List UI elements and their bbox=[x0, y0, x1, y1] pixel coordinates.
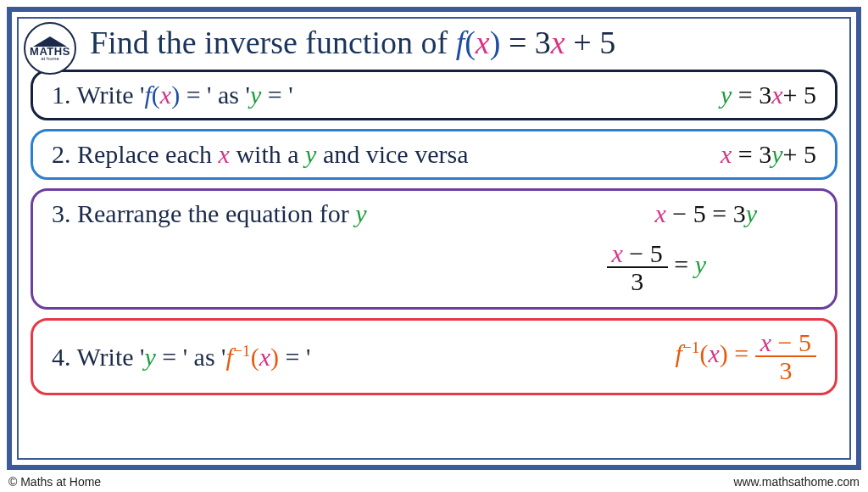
step-4-t1: Write ' bbox=[76, 343, 144, 371]
step-2-equation: x = 3y+ 5 bbox=[712, 140, 816, 169]
s1-rhs-3: 3 bbox=[759, 81, 771, 109]
step-3-equation-1: x − 5 = 3y bbox=[647, 199, 817, 228]
s3b-num-x: x bbox=[612, 239, 623, 267]
title-x2: x bbox=[551, 25, 565, 60]
s1-rhs-y: y bbox=[721, 81, 732, 109]
outer-frame: MATHS at home Find the inverse function … bbox=[7, 7, 861, 470]
step-4-equation: f−1(x) = x − 5 3 bbox=[666, 329, 816, 384]
step-4-eq: = bbox=[156, 343, 183, 371]
step-2-t1: Replace each bbox=[77, 140, 219, 168]
title-rparen: ) bbox=[490, 25, 501, 60]
step-2-t3: and vice versa bbox=[316, 140, 468, 168]
step-1-t2: ' as ' bbox=[207, 81, 250, 109]
step-2-x: x bbox=[219, 140, 230, 168]
step-4: 4. Write 'y = ' as 'f−1(x) = ' f−1(x) = … bbox=[31, 318, 837, 395]
footer: © Maths at Home www.mathsathome.com bbox=[8, 475, 860, 489]
title-3: 3 bbox=[535, 25, 551, 60]
s3b-den: 3 bbox=[626, 268, 648, 295]
s4-rhs-eq: = bbox=[728, 339, 755, 367]
s3a-3: 3 bbox=[733, 199, 746, 227]
title-f: f bbox=[456, 25, 465, 60]
step-4-rparen: ) bbox=[270, 343, 279, 371]
s3b-y: y bbox=[695, 250, 706, 278]
title-plus5: + 5 bbox=[565, 25, 615, 60]
step-1-num: 1. bbox=[52, 81, 76, 109]
s4-rhs-lp: ( bbox=[700, 339, 709, 367]
step-4-t3: ' bbox=[306, 343, 310, 371]
s4-rhs-numerator: x − 5 bbox=[755, 329, 816, 358]
step-3-y: y bbox=[355, 199, 366, 227]
s4-rhs-inv: −1 bbox=[682, 338, 700, 356]
step-3-num: 3. bbox=[52, 199, 77, 227]
title-lead: Find the inverse function of bbox=[90, 25, 456, 60]
s2-rhs-plus: + bbox=[783, 140, 804, 168]
s4-rhs-rp: ) bbox=[720, 339, 728, 367]
step-3-instruction: 3. Rearrange the equation for y bbox=[52, 199, 647, 228]
step-4-y: y bbox=[144, 343, 155, 371]
step-1-instruction: 1. Write 'f(x) = ' as 'y = ' bbox=[52, 81, 712, 109]
title-lparen: ( bbox=[465, 25, 476, 60]
step-1-x: x bbox=[160, 81, 171, 109]
step-4-num: 4. bbox=[52, 343, 76, 371]
s3a-y: y bbox=[746, 199, 757, 227]
step-4-x: x bbox=[259, 343, 270, 371]
step-4-instruction: 4. Write 'y = ' as 'f−1(x) = ' bbox=[52, 342, 666, 372]
step-4-eq2: = bbox=[279, 343, 306, 371]
s4-rhs-fraction: x − 5 3 bbox=[755, 329, 816, 384]
inner-frame: MATHS at home Find the inverse function … bbox=[17, 17, 851, 460]
step-1-equation: y = 3x+ 5 bbox=[712, 81, 816, 109]
step-1-t1: Write ' bbox=[76, 81, 144, 109]
step-1-y: y bbox=[250, 81, 261, 109]
s2-rhs-3: 3 bbox=[759, 140, 771, 168]
footer-copyright: © Maths at Home bbox=[8, 475, 101, 489]
step-2-y: y bbox=[305, 140, 316, 168]
step-2-num: 2. bbox=[52, 140, 77, 168]
step-3: 3. Rearrange the equation for y x − 5 = … bbox=[31, 188, 837, 310]
s2-rhs-x: x bbox=[721, 140, 732, 168]
s1-rhs-5: 5 bbox=[804, 81, 816, 109]
title-x: x bbox=[476, 25, 490, 60]
page-title: Find the inverse function of f(x) = 3x +… bbox=[31, 25, 837, 61]
step-4-f: f bbox=[226, 343, 233, 371]
s4-den: 3 bbox=[774, 357, 797, 384]
step-2-instruction: 2. Replace each x with a y and vice vers… bbox=[52, 140, 712, 169]
s3b-fraction: x − 5 3 bbox=[607, 240, 668, 295]
s1-rhs-plus: + bbox=[783, 81, 804, 109]
s4-rhs-x: x bbox=[709, 339, 720, 367]
step-1-eq2: = bbox=[261, 81, 288, 109]
step-2: 2. Replace each x with a y and vice vers… bbox=[31, 129, 837, 180]
s4-num-m5: − 5 bbox=[771, 328, 811, 356]
s4-rhs-f: f bbox=[675, 339, 682, 367]
s3a-m5: − 5 bbox=[666, 199, 706, 227]
step-1-eq: = bbox=[180, 81, 207, 109]
step-1-t3: ' bbox=[288, 81, 292, 109]
step-4-t2: ' as ' bbox=[183, 343, 226, 371]
s3b-numerator: x − 5 bbox=[607, 240, 668, 269]
s3a-eq: = bbox=[706, 199, 733, 227]
step-3-equation-2: x − 5 3 = y bbox=[598, 240, 707, 295]
s1-rhs-x: x bbox=[771, 81, 782, 109]
step-1: 1. Write 'f(x) = ' as 'y = ' y = 3x+ 5 bbox=[31, 70, 837, 120]
step-3-t1: Rearrange the equation for bbox=[77, 199, 355, 227]
title-eq: = bbox=[500, 25, 534, 60]
step-1-f: f bbox=[144, 81, 151, 109]
s2-rhs-5: 5 bbox=[804, 140, 816, 168]
s3b-eq: = bbox=[668, 250, 695, 278]
step-1-rparen: ) bbox=[171, 81, 180, 109]
step-2-t2: with a bbox=[230, 140, 305, 168]
step-4-lparen: ( bbox=[251, 343, 259, 371]
s1-rhs-eq: = bbox=[732, 81, 759, 109]
s4-num-x: x bbox=[760, 328, 771, 356]
s2-rhs-eq: = bbox=[732, 140, 759, 168]
step-1-lparen: ( bbox=[152, 81, 160, 109]
s3a-x: x bbox=[655, 199, 666, 227]
s3b-num-m5: − 5 bbox=[623, 239, 663, 267]
logo-sub-text: at home bbox=[41, 56, 59, 61]
step-3-row1: 3. Rearrange the equation for y x − 5 = … bbox=[52, 199, 816, 228]
step-3-row2: x − 5 3 = y bbox=[52, 240, 816, 295]
footer-url: www.mathsathome.com bbox=[733, 475, 860, 489]
step-4-inv: −1 bbox=[233, 342, 251, 360]
logo-badge: MATHS at home bbox=[24, 22, 76, 75]
s2-rhs-y: y bbox=[771, 140, 782, 168]
